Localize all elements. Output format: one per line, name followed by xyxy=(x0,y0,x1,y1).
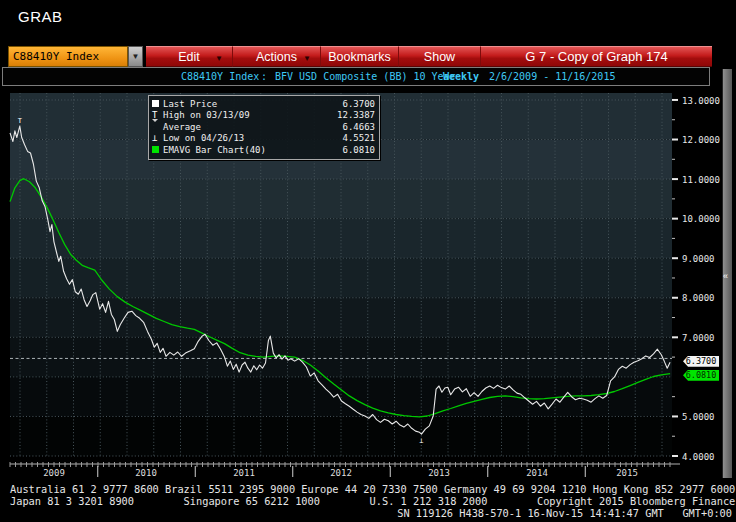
x-axis-year-label: 2015 xyxy=(616,468,638,478)
security-description: BFV USD Composite (BB) 10 Year xyxy=(275,71,456,82)
show-button[interactable]: Show xyxy=(399,46,481,67)
date-range: 2/6/2009 - 11/16/2015 xyxy=(489,71,615,82)
security-ticker: C88410Y Index xyxy=(181,71,259,82)
y-axis-tick-label: 4.0000 xyxy=(682,452,715,462)
chevron-down-icon: ▼ xyxy=(215,54,223,63)
edit-button-label: Edit xyxy=(178,50,200,64)
legend-row-low: ⊥ Low on 04/26/13 4.5521 xyxy=(152,133,375,145)
emavg-price-tag: 6.0810 xyxy=(683,370,719,381)
collapse-chevron-icon: « xyxy=(723,272,728,281)
vertical-scrollbar[interactable]: « xyxy=(722,69,732,478)
chevron-down-icon: ▼ xyxy=(303,54,311,63)
chart-area[interactable]: T⊥ 13.000012.000011.000010.00009.00008.0… xyxy=(0,88,736,480)
x-axis-year-label: 2009 xyxy=(43,468,65,478)
x-axis-year-label: 2013 xyxy=(428,468,450,478)
actions-button[interactable]: Actions ▼ xyxy=(233,46,321,67)
bookmarks-button-label: Bookmarks xyxy=(328,50,391,64)
y-axis-tick-label: 5.0000 xyxy=(682,412,715,422)
white-square-icon xyxy=(152,100,163,107)
chart-legend[interactable]: Last Price 6.3700 T High on 03/13/09 12.… xyxy=(148,95,380,160)
graph-title-label: G 7 - Copy of Graph 174 xyxy=(525,49,667,64)
y-axis-tick-label: 12.0000 xyxy=(682,135,720,145)
x-axis-year-label: 2010 xyxy=(135,468,157,478)
frequency-label: Weekly xyxy=(443,71,479,82)
x-axis-year-label: 2011 xyxy=(233,468,255,478)
graph-title: G 7 - Copy of Graph 174 xyxy=(481,46,712,67)
footer-phone-line: Australia 61 2 9777 8600 Brazil 5511 239… xyxy=(10,483,735,495)
svg-text:⊥: ⊥ xyxy=(419,437,423,445)
toolbar: C88410Y Index ▼ Edit ▼ Actions ▼ Bookmar… xyxy=(0,46,712,67)
show-button-label: Show xyxy=(424,50,455,64)
legend-row-last-price: Last Price 6.3700 xyxy=(152,98,375,110)
separator: : xyxy=(261,71,267,82)
ticker-input[interactable]: C88410Y Index xyxy=(8,46,128,67)
y-axis-tick-label: 9.0000 xyxy=(682,254,715,264)
y-axis-tick-label: 10.0000 xyxy=(682,214,720,224)
bookmarks-button[interactable]: Bookmarks xyxy=(321,46,399,67)
y-axis-tick-label: 7.0000 xyxy=(682,333,715,343)
last-price-tag: 6.3700 xyxy=(683,356,719,367)
window-grab-label: GRAB xyxy=(18,8,63,25)
low-marker-icon: ⊥ xyxy=(152,133,163,143)
y-axis-tick-label: 11.0000 xyxy=(682,175,720,185)
security-description-bar: C88410Y Index : BFV USD Composite (BB) 1… xyxy=(2,67,710,86)
footer-session-line: SN 119126 H438-570-1 16-Nov-15 14:41:47 … xyxy=(397,507,732,519)
edit-button[interactable]: Edit ▼ xyxy=(146,46,233,67)
green-square-icon xyxy=(152,146,163,153)
x-axis-year-label: 2014 xyxy=(526,468,548,478)
legend-row-emavg: EMAVG Bar Chart(40) 6.0810 xyxy=(152,144,375,156)
x-axis-year-label: 2012 xyxy=(330,468,352,478)
ticker-dropdown-button[interactable]: ▼ xyxy=(128,46,143,67)
chevron-down-icon: ▼ xyxy=(132,52,140,61)
legend-row-high: T High on 03/13/09 12.3387 xyxy=(152,110,375,122)
average-marker-icon xyxy=(152,122,163,132)
y-axis-tick-label: 8.0000 xyxy=(682,293,715,303)
legend-row-average: Average 6.4663 xyxy=(152,121,375,133)
actions-button-label: Actions xyxy=(256,50,297,64)
footer-copyright-line: Japan 81 3 3201 8900 Singapore 65 6212 1… xyxy=(10,495,736,507)
y-axis-tick-label: 13.0000 xyxy=(682,96,720,106)
